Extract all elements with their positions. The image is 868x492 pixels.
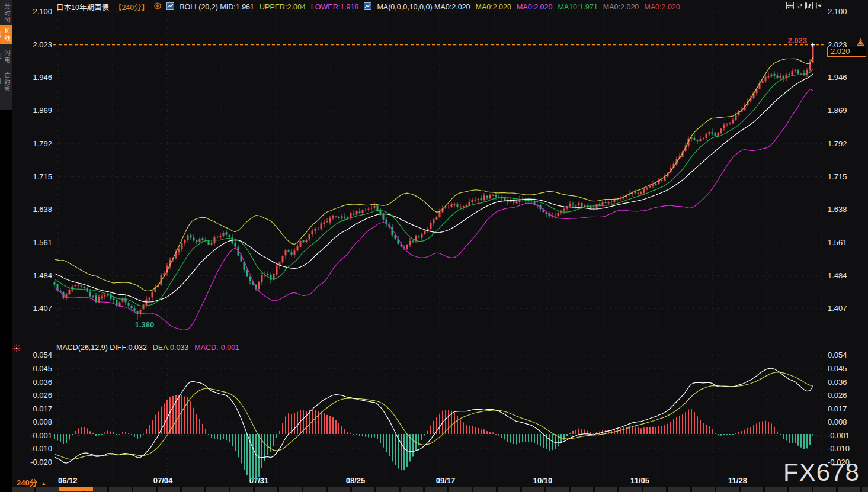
trading-terminal: 分时图K线图闪电图合约资料 日本10年期国债【240分】BOLL(20,2) M… [0, 0, 868, 492]
scroll-to-top-icon[interactable] [856, 38, 865, 49]
candlestick-chart-canvas[interactable] [0, 0, 868, 492]
watermark-logo: FX678 [783, 458, 860, 487]
